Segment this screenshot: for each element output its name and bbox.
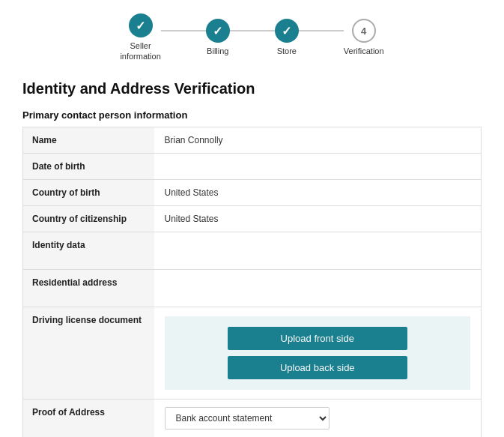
label-name: Name xyxy=(23,127,154,153)
value-dob xyxy=(154,153,482,179)
table-row-dob: Date of birth xyxy=(23,153,482,179)
page-content: Identity and Address Verification Primar… xyxy=(0,73,504,437)
step-label-billing: Billing xyxy=(207,46,228,56)
value-identity xyxy=(154,232,482,269)
proof-address-dropdown[interactable]: Bank account statement Utility bill Bank… xyxy=(165,407,330,430)
label-identity: Identity data xyxy=(23,232,154,269)
table-row-driving-license: Driving license document Upload front si… xyxy=(23,307,482,399)
step-label-store: Store xyxy=(277,46,297,56)
upload-back-button[interactable]: Upload back side xyxy=(228,356,407,379)
step-billing[interactable]: ✓ Billing xyxy=(206,19,230,56)
label-proof-address: Proof of Address xyxy=(23,399,154,437)
value-name: Brian Connolly xyxy=(154,127,482,153)
value-proof-address: Bank account statement Utility bill Bank… xyxy=(154,399,482,437)
step-seller-info[interactable]: ✓ Sellerinformation xyxy=(120,13,160,62)
upload-front-button[interactable]: Upload front side xyxy=(228,327,407,350)
label-driving-license: Driving license document xyxy=(23,307,154,399)
step-circle-billing: ✓ xyxy=(206,19,230,43)
label-citizenship: Country of citizenship xyxy=(23,205,154,232)
table-row-name: Name Brian Connolly xyxy=(23,127,482,153)
info-table: Name Brian Connolly Date of birth Countr… xyxy=(22,127,482,437)
step-circle-store: ✓ xyxy=(275,19,299,43)
step-store[interactable]: ✓ Store xyxy=(275,19,299,56)
stepper: ✓ Sellerinformation ✓ Billing ✓ Store 4 … xyxy=(0,0,504,73)
value-citizenship: United States xyxy=(154,205,482,232)
table-row-proof-address: Proof of Address Bank account statement … xyxy=(23,399,482,437)
upload-area: Upload front side Upload back side xyxy=(165,316,471,390)
table-row-address: Residential address xyxy=(23,269,482,307)
table-row-identity: Identity data xyxy=(23,232,482,269)
value-country-birth: United States xyxy=(154,179,482,205)
table-row-country-birth: Country of birth United States xyxy=(23,179,482,205)
value-driving-license: Upload front side Upload back side xyxy=(154,307,482,399)
step-label-verification: Verification xyxy=(344,46,384,56)
label-country-birth: Country of birth xyxy=(23,179,154,205)
value-address xyxy=(154,269,482,307)
step-verification[interactable]: 4 Verification xyxy=(344,19,384,56)
label-address: Residential address xyxy=(23,269,154,307)
step-line-2 xyxy=(230,30,275,31)
page-title: Identity and Address Verification xyxy=(22,80,482,97)
table-row-citizenship: Country of citizenship United States xyxy=(23,205,482,232)
step-label-seller: Sellerinformation xyxy=(120,40,160,62)
step-circle-verification: 4 xyxy=(352,19,376,43)
step-line-1 xyxy=(161,30,206,31)
step-line-3 xyxy=(299,30,344,31)
section-title: Primary contact person information xyxy=(22,109,482,121)
label-dob: Date of birth xyxy=(23,153,154,179)
step-circle-seller: ✓ xyxy=(129,13,153,37)
